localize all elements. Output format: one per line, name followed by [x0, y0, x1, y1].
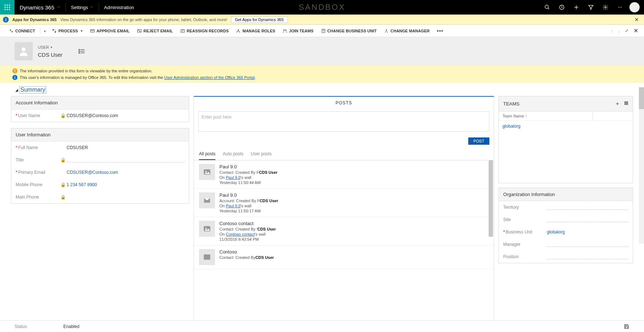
- promo-title: Apps for Dynamics 365: [12, 17, 57, 22]
- card-header: User Information: [11, 128, 189, 141]
- post-button[interactable]: POST: [468, 137, 489, 145]
- post-wall-link[interactable]: Contoso contact: [226, 232, 255, 236]
- search-icon: [544, 4, 550, 10]
- empty-value[interactable]: [547, 259, 628, 259]
- svg-point-9: [545, 5, 548, 8]
- email-value[interactable]: CDSUSER@Contoso.com: [67, 170, 184, 175]
- grid-view-button[interactable]: ▦: [624, 100, 628, 108]
- global-navbar: Dynamics 365 ﹀ Settings ﹀ Administration…: [0, 0, 644, 15]
- plus-icon: [573, 4, 579, 10]
- tab-all-posts[interactable]: All posts: [199, 148, 215, 160]
- scrollbar-thumb[interactable]: [639, 87, 644, 109]
- roles-icon: [236, 28, 241, 33]
- filter-button[interactable]: [584, 0, 597, 15]
- empty-value[interactable]: [547, 247, 628, 247]
- brand-label: Dynamics 365: [20, 4, 54, 11]
- field-label: Territory: [503, 205, 547, 210]
- svg-line-21: [138, 29, 141, 32]
- post-wall-link[interactable]: Paul 9.0: [226, 175, 240, 180]
- join-teams-button[interactable]: JOIN TEAMS: [279, 28, 316, 33]
- svg-rect-8: [9, 9, 10, 10]
- post-input[interactable]: Enter post here: [198, 111, 489, 132]
- popout-button[interactable]: ⤢: [625, 28, 628, 33]
- post-item[interactable]: Contoso Contact: Created ByCDS User: [194, 245, 494, 269]
- business-unit-value[interactable]: globalorg: [547, 229, 628, 235]
- empty-value: [67, 162, 184, 163]
- reject-email-button[interactable]: REJECT EMAIL: [134, 28, 176, 33]
- post-item[interactable]: Paul 9.0 Account: Created By FCDS User O…: [194, 189, 494, 217]
- notice-text: The information provided in this form is…: [20, 69, 152, 73]
- user-avatar-button[interactable]: [628, 0, 641, 15]
- cmd-label: REASSIGN RECORDS: [187, 29, 229, 33]
- save-button[interactable]: [624, 324, 629, 329]
- more-button[interactable]: ⋯: [613, 0, 627, 15]
- settings-button[interactable]: [599, 0, 612, 15]
- breadcrumb-admin[interactable]: Administration: [99, 5, 139, 10]
- page-scrollbar[interactable]: [639, 87, 644, 244]
- post-wall-link[interactable]: Paul 9.0: [226, 204, 240, 208]
- close-promo-button[interactable]: ✕: [632, 17, 641, 23]
- add-team-button[interactable]: ＋: [615, 100, 620, 108]
- summary-section-header[interactable]: ◢ Summary: [11, 85, 633, 96]
- manage-roles-button[interactable]: MANAGE ROLES: [233, 28, 278, 33]
- post-title: Paul 9.0: [219, 164, 278, 169]
- tab-user-posts[interactable]: User posts: [251, 148, 271, 160]
- more-commands-button[interactable]: •••: [434, 28, 446, 34]
- brand-dropdown[interactable]: Dynamics 365 ﹀: [15, 4, 65, 11]
- connect-button[interactable]: CONNECT: [6, 28, 38, 33]
- entity-label-dropdown[interactable]: USER▾: [38, 45, 63, 49]
- approve-icon: [90, 28, 95, 33]
- card-header: TEAMS: [503, 101, 520, 107]
- close-record-button[interactable]: ✕: [633, 27, 638, 34]
- app-launcher-button[interactable]: [0, 0, 15, 15]
- tab-auto-posts[interactable]: Auto posts: [223, 148, 243, 160]
- manager-icon: [384, 28, 389, 33]
- empty-value[interactable]: [547, 209, 628, 210]
- svg-rect-43: [625, 324, 627, 325]
- recent-button[interactable]: [555, 0, 568, 15]
- team-row[interactable]: globalorg: [499, 121, 633, 132]
- bu-icon: [321, 28, 326, 33]
- connect-dropdown[interactable]: ▾: [43, 29, 47, 33]
- svg-rect-42: [204, 255, 210, 260]
- post-item[interactable]: Contoso contact Contact: Created By 'CDS…: [194, 217, 494, 245]
- post-list: Paul 9.0 Contact: Created By FCDS User O…: [194, 160, 494, 321]
- post-actor[interactable]: CDS User: [260, 199, 278, 203]
- cmd-label: CHANGE BUSINESS UNIT: [327, 29, 377, 33]
- status-value: Enabled: [63, 324, 79, 329]
- o365-portal-link[interactable]: User Administration section of the Offic…: [164, 75, 255, 80]
- approve-email-button[interactable]: APPROVE EMAIL: [87, 28, 132, 33]
- search-button[interactable]: [541, 0, 554, 15]
- empty-value[interactable]: [547, 222, 628, 222]
- related-records-button[interactable]: [79, 49, 85, 54]
- account-info-card: Account Information *User Name 🔒 CDSUSER…: [11, 96, 189, 122]
- user-icon: [18, 45, 29, 57]
- info-icon: i: [12, 75, 17, 80]
- form-notices: ! The information provided in this form …: [0, 65, 644, 83]
- funnel-icon: [588, 4, 594, 10]
- post-actor[interactable]: CDS User: [257, 227, 276, 231]
- change-bu-button[interactable]: CHANGE BUSINESS UNIT: [318, 28, 380, 33]
- svg-rect-3: [5, 7, 6, 8]
- field-label: Manager: [503, 242, 547, 247]
- scrollbar-thumb[interactable]: [489, 160, 493, 237]
- field-label: User Name: [18, 113, 40, 118]
- dots-icon: ⋯: [618, 5, 622, 10]
- create-button[interactable]: [570, 0, 583, 15]
- post-actor[interactable]: CDS User: [255, 255, 274, 260]
- reassign-button[interactable]: REASSIGN RECORDS: [177, 28, 232, 33]
- settings-dropdown[interactable]: Settings ﹀: [66, 5, 99, 10]
- post-item[interactable]: Paul 9.0 Contact: Created By FCDS User O…: [194, 160, 494, 189]
- cmd-label: MANAGE ROLES: [242, 29, 275, 33]
- nav-down-button[interactable]: ↓: [618, 29, 620, 33]
- cmd-label: REJECT EMAIL: [143, 29, 173, 33]
- nav-up-button[interactable]: ↑: [611, 29, 613, 33]
- post-actor[interactable]: CDS User: [259, 170, 278, 175]
- mobile-value[interactable]: 1 234 567 8900: [67, 182, 184, 187]
- teams-column-header[interactable]: Team Name ↑: [499, 112, 633, 121]
- fullname-value: CDSUSER: [67, 145, 184, 150]
- change-manager-button[interactable]: CHANGE MANAGER: [381, 28, 433, 33]
- process-button[interactable]: PROCESS▾: [49, 28, 86, 33]
- get-apps-button[interactable]: Get Apps for Dynamics 365: [231, 16, 288, 23]
- post-title: Contoso contact: [219, 221, 276, 226]
